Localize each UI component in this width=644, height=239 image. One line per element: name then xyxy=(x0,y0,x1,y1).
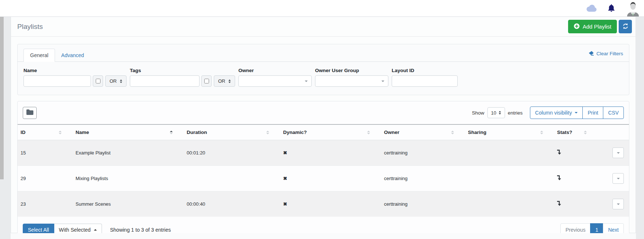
cell-owner: certtraining xyxy=(381,166,465,191)
cell-id: 29 xyxy=(18,166,73,191)
entries-label: entries xyxy=(508,110,523,116)
table-row[interactable]: 29 Mixing Playlists ✖ certtraining xyxy=(18,166,629,191)
level-down-icon xyxy=(557,176,561,182)
folder-tree-button[interactable] xyxy=(23,107,37,119)
tags-filter-logic-select[interactable]: OR xyxy=(214,75,235,87)
caret-down-icon xyxy=(381,81,384,82)
showing-entries-text: Showing 1 to 3 of 3 entries xyxy=(110,227,171,233)
add-playlist-button[interactable]: Add Playlist xyxy=(568,20,617,33)
cloud-icon[interactable] xyxy=(586,5,597,12)
tab-advanced[interactable]: Advanced xyxy=(55,49,90,61)
refresh-button[interactable] xyxy=(619,20,632,33)
cell-stats xyxy=(554,166,598,191)
cell-id: 15 xyxy=(18,140,73,166)
sort-arrows-icon xyxy=(584,131,587,134)
column-header-dynamic[interactable]: Dynamic? xyxy=(280,124,381,140)
cell-duration: 00:01:20 xyxy=(184,140,280,166)
cell-actions xyxy=(598,191,629,217)
cell-owner: certtraining xyxy=(381,191,465,217)
table-row[interactable]: 15 Example Playlist 00:01:20 ✖ certtrain… xyxy=(18,140,629,166)
cell-name: Example Playlist xyxy=(73,140,184,166)
cell-owner: certtraining xyxy=(381,140,465,166)
with-selected-label: With Selected xyxy=(59,227,91,233)
eraser-icon xyxy=(588,51,594,57)
tags-filter-input[interactable] xyxy=(130,75,200,87)
panel-footer-area xyxy=(11,233,636,239)
owner-user-group-filter: Owner User Group xyxy=(315,68,388,87)
caret-down-icon xyxy=(617,203,620,205)
cell-sharing xyxy=(465,166,554,191)
sort-arrows-icon xyxy=(59,131,62,134)
tags-filter-checkbox-addon xyxy=(201,75,212,87)
tags-filter-logic-checkbox[interactable] xyxy=(204,79,209,83)
show-label: Show xyxy=(472,110,484,116)
bell-icon[interactable] xyxy=(607,4,615,13)
print-button[interactable]: Print xyxy=(582,107,603,119)
name-filter-checkbox-addon xyxy=(93,75,103,87)
page-size-value: 10 xyxy=(491,110,496,116)
filter-fields: Name OR Tags xyxy=(18,62,629,95)
column-header-name[interactable]: Name xyxy=(73,124,184,140)
owner-user-group-select[interactable] xyxy=(315,75,388,87)
cell-dynamic: ✖ xyxy=(280,140,381,166)
row-actions-dropdown[interactable] xyxy=(612,173,624,184)
table-row[interactable]: 23 Summer Scenes 00:00:40 ✖ certtraining xyxy=(18,191,629,217)
playlists-table: ID Name Duration Dynamic? Owner Sharing … xyxy=(18,124,629,217)
row-actions-dropdown[interactable] xyxy=(612,199,624,209)
name-filter-logic-checkbox[interactable] xyxy=(96,79,100,83)
cell-duration: 00:00:40 xyxy=(184,191,280,217)
sort-arrows-icon xyxy=(266,131,269,134)
table-toolbar: Show 10 entries Column visibility Print … xyxy=(18,101,629,124)
page-header: Playlists Add Playlist xyxy=(11,17,636,37)
layout-id-filter: Layout ID xyxy=(392,68,458,87)
datatable-buttons: Column visibility Print CSV xyxy=(530,107,624,119)
table-header-row: ID Name Duration Dynamic? Owner Sharing … xyxy=(18,124,629,140)
cell-dynamic: ✖ xyxy=(280,191,381,217)
cell-stats xyxy=(554,191,598,217)
name-filter-logic-value: OR xyxy=(110,78,117,84)
playlists-table-card: Show 10 entries Column visibility Print … xyxy=(17,101,629,239)
caret-down-icon xyxy=(617,152,620,154)
sort-arrows-icon xyxy=(170,131,173,134)
page-title: Playlists xyxy=(17,23,43,31)
name-filter-input[interactable] xyxy=(23,75,91,87)
owner-user-group-label: Owner User Group xyxy=(315,68,388,73)
folder-icon xyxy=(26,109,33,116)
row-actions-dropdown[interactable] xyxy=(612,147,624,158)
level-down-icon xyxy=(557,202,561,207)
page-size-select[interactable]: 10 xyxy=(487,107,505,118)
sort-arrows-icon xyxy=(451,131,454,134)
cell-name: Summer Scenes xyxy=(73,191,184,217)
caret-up-icon xyxy=(94,229,97,231)
cell-id: 23 xyxy=(18,191,73,217)
sort-arrows-icon xyxy=(367,131,370,134)
column-header-actions xyxy=(598,124,629,140)
owner-filter: Owner xyxy=(238,68,312,87)
column-header-stats[interactable]: Stats? xyxy=(554,124,598,140)
filter-tabs: General Advanced Clear Filters xyxy=(18,44,629,62)
layout-id-input[interactable] xyxy=(392,75,458,87)
playlists-panel: Playlists Add Playlist xyxy=(11,17,636,233)
tab-general[interactable]: General xyxy=(23,49,55,62)
column-header-id[interactable]: ID xyxy=(18,124,73,140)
cell-stats xyxy=(554,140,598,166)
csv-button[interactable]: CSV xyxy=(603,107,624,119)
collapsed-sidebar[interactable] xyxy=(0,17,4,179)
column-header-sharing[interactable]: Sharing xyxy=(465,124,554,140)
name-filter-logic-select[interactable]: OR xyxy=(105,75,127,87)
clear-filters-link[interactable]: Clear Filters xyxy=(588,51,623,60)
updown-arrows-icon xyxy=(228,79,231,83)
tags-filter-logic-value: OR xyxy=(218,78,226,84)
column-header-duration[interactable]: Duration xyxy=(184,124,280,140)
name-filter: Name OR xyxy=(23,68,127,87)
column-visibility-button[interactable]: Column visibility xyxy=(530,107,583,119)
caret-down-icon xyxy=(575,112,578,113)
clear-filters-label: Clear Filters xyxy=(596,51,623,56)
plus-circle-icon xyxy=(574,23,580,30)
column-header-owner[interactable]: Owner xyxy=(381,124,465,140)
user-avatar[interactable] xyxy=(626,0,640,16)
filter-card: General Advanced Clear Filters Name xyxy=(17,44,629,95)
top-navbar xyxy=(0,0,644,17)
owner-filter-select[interactable] xyxy=(238,75,312,87)
cell-sharing xyxy=(465,140,554,166)
